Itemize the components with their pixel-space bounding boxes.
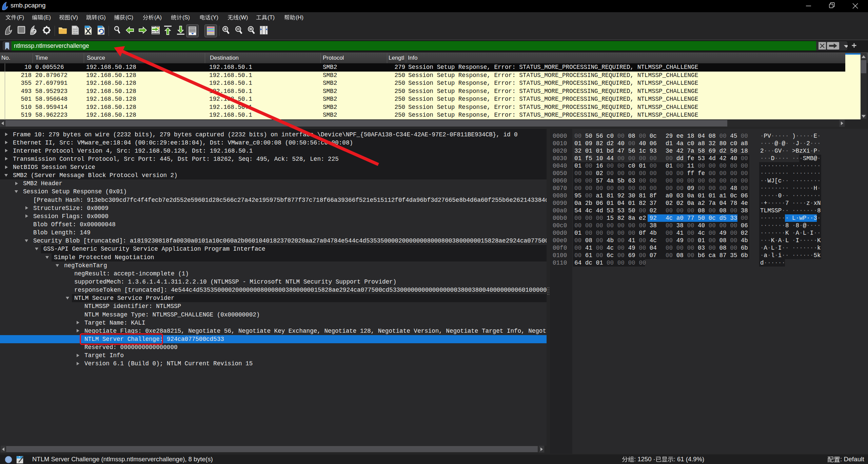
svg-text:0011: 0011	[73, 32, 78, 35]
